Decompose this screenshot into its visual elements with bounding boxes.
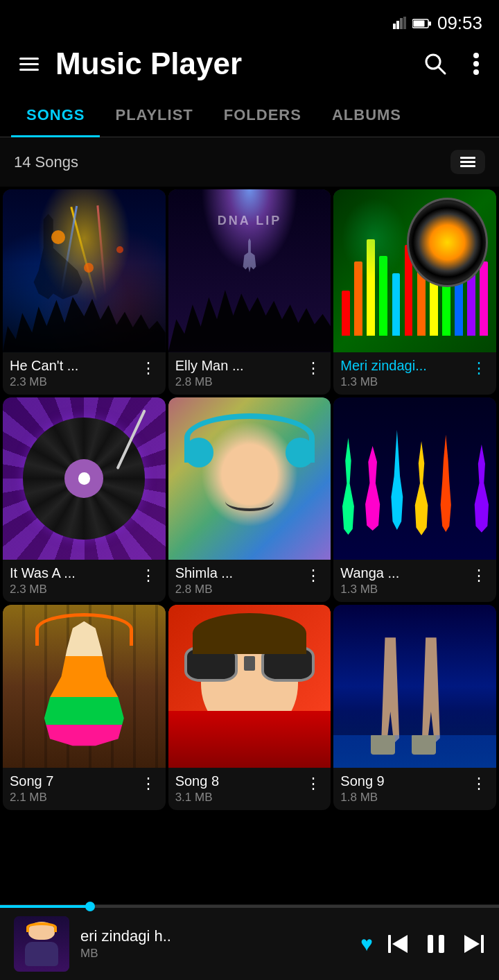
song-more-1[interactable]: ⋮ xyxy=(138,358,159,379)
mini-player-controls: ♥ xyxy=(360,932,485,956)
svg-rect-12 xyxy=(388,935,391,953)
song-more-6[interactable]: ⋮ xyxy=(469,565,489,586)
song-thumbnail-1 xyxy=(3,189,166,352)
list-view-icon xyxy=(460,157,475,167)
mini-player: eri zindagi h.. MB ♥ xyxy=(0,904,499,980)
song-more-5[interactable]: ⋮ xyxy=(303,565,324,586)
song-title-7: Song 7 xyxy=(10,773,138,789)
song-more-7[interactable]: ⋮ xyxy=(138,773,159,794)
song-size-4: 2.3 MB xyxy=(10,583,138,596)
song-title-3: Meri zindagi... xyxy=(340,358,469,374)
song-size-5: 2.8 MB xyxy=(175,583,304,596)
song-size-2: 2.8 MB xyxy=(175,375,304,389)
song-title-9: Song 9 xyxy=(340,773,469,789)
song-size-3: 1.3 MB xyxy=(340,375,469,389)
like-button[interactable]: ♥ xyxy=(360,932,373,956)
song-card-2[interactable]: DNA LIP Elly Man ... 2.8 MB ⋮ xyxy=(168,189,331,395)
songs-count: 14 Songs xyxy=(14,153,78,171)
song-info-8: Song 8 3.1 MB ⋮ xyxy=(168,768,331,810)
song-size-1: 2.3 MB xyxy=(10,375,138,389)
song-card-1[interactable]: He Can't ... 2.3 MB ⋮ xyxy=(3,189,166,395)
song-info-6: Wanga ... 1.3 MB ⋮ xyxy=(333,560,496,602)
song-card-4[interactable]: It Was A ... 2.3 MB ⋮ xyxy=(3,397,166,603)
songs-header: 14 Songs xyxy=(0,137,499,187)
song-title-4: It Was A ... xyxy=(10,565,138,581)
mini-player-content: eri zindagi h.. MB ♥ xyxy=(0,908,499,980)
svg-marker-3 xyxy=(403,17,406,29)
song-more-4[interactable]: ⋮ xyxy=(138,565,159,586)
svg-point-10 xyxy=(473,61,479,67)
song-thumbnail-6 xyxy=(333,397,496,560)
song-info-3: Meri zindagi... 1.3 MB ⋮ xyxy=(333,352,496,395)
tab-playlist[interactable]: PLAYLIST xyxy=(100,95,208,137)
song-info-2: Elly Man ... 2.8 MB ⋮ xyxy=(168,352,331,395)
svg-rect-15 xyxy=(439,935,444,953)
song-more-8[interactable]: ⋮ xyxy=(303,773,324,794)
mini-player-title: eri zindagi h.. xyxy=(80,927,349,945)
battery-icon xyxy=(412,18,432,29)
song-thumbnail-4 xyxy=(3,397,166,560)
song-title-8: Song 8 xyxy=(175,773,304,789)
mini-player-size: MB xyxy=(80,947,349,961)
song-more-9[interactable]: ⋮ xyxy=(469,773,489,794)
pause-icon xyxy=(424,932,448,956)
svg-marker-0 xyxy=(393,24,396,29)
song-card-3[interactable]: Meri zindagi... 1.3 MB ⋮ xyxy=(333,189,496,395)
song-title-5: Shimla ... xyxy=(175,565,304,581)
tabs-bar: SONGS PLAYLIST FOLDERS ALBUMS xyxy=(0,95,499,137)
song-size-6: 1.3 MB xyxy=(340,583,469,596)
svg-marker-2 xyxy=(400,18,403,29)
app-title: Music Player xyxy=(55,46,406,81)
song-card-7[interactable]: Song 7 2.1 MB ⋮ xyxy=(3,605,166,810)
status-bar: 09:53 xyxy=(0,0,499,40)
song-info-7: Song 7 2.1 MB ⋮ xyxy=(3,768,166,810)
pause-button[interactable] xyxy=(424,932,448,956)
song-size-9: 1.8 MB xyxy=(340,791,469,805)
hamburger-menu-button[interactable] xyxy=(17,55,42,74)
song-thumbnail-5 xyxy=(168,397,331,560)
song-card-8[interactable]: Song 8 3.1 MB ⋮ xyxy=(168,605,331,810)
song-info-4: It Was A ... 2.3 MB ⋮ xyxy=(3,560,166,602)
mini-player-info: eri zindagi h.. MB xyxy=(80,927,349,961)
svg-rect-5 xyxy=(428,22,431,26)
progress-thumb xyxy=(85,902,95,911)
svg-rect-6 xyxy=(413,20,424,26)
previous-button[interactable] xyxy=(387,932,410,956)
tab-albums[interactable]: ALBUMS xyxy=(317,95,417,137)
svg-rect-14 xyxy=(428,935,433,953)
song-thumbnail-9 xyxy=(333,605,496,768)
status-icons: 09:53 xyxy=(393,12,482,34)
song-more-3[interactable]: ⋮ xyxy=(469,358,489,379)
tab-folders[interactable]: FOLDERS xyxy=(209,95,317,137)
song-info-9: Song 9 1.8 MB ⋮ xyxy=(333,768,496,810)
list-view-button[interactable] xyxy=(450,150,485,174)
vertical-dots-icon xyxy=(473,52,480,76)
svg-marker-16 xyxy=(464,935,480,953)
song-size-7: 2.1 MB xyxy=(10,791,138,805)
song-info-1: He Can't ... 2.3 MB ⋮ xyxy=(3,352,166,395)
svg-line-8 xyxy=(439,67,446,74)
svg-marker-13 xyxy=(392,935,408,953)
song-more-2[interactable]: ⋮ xyxy=(303,358,324,379)
search-icon xyxy=(423,51,448,76)
top-bar: Music Player xyxy=(0,40,499,95)
song-card-5[interactable]: Shimla ... 2.8 MB ⋮ xyxy=(168,397,331,603)
top-actions xyxy=(420,49,482,79)
song-title-1: He Can't ... xyxy=(10,358,138,374)
search-button[interactable] xyxy=(420,49,450,79)
tab-songs[interactable]: SONGS xyxy=(11,95,100,137)
song-card-6[interactable]: Wanga ... 1.3 MB ⋮ xyxy=(333,397,496,603)
previous-icon xyxy=(387,932,410,956)
next-button[interactable] xyxy=(462,932,485,956)
mini-player-thumbnail xyxy=(14,916,69,972)
svg-rect-17 xyxy=(481,935,484,953)
status-time: 09:53 xyxy=(437,12,482,34)
svg-marker-1 xyxy=(396,21,399,29)
progress-bar[interactable] xyxy=(0,905,499,908)
song-card-9[interactable]: Song 9 1.8 MB ⋮ xyxy=(333,605,496,810)
song-info-5: Shimla ... 2.8 MB ⋮ xyxy=(168,560,331,602)
song-thumbnail-7 xyxy=(3,605,166,768)
more-options-button[interactable] xyxy=(470,49,482,78)
svg-point-11 xyxy=(473,69,479,75)
song-size-8: 3.1 MB xyxy=(175,791,304,805)
